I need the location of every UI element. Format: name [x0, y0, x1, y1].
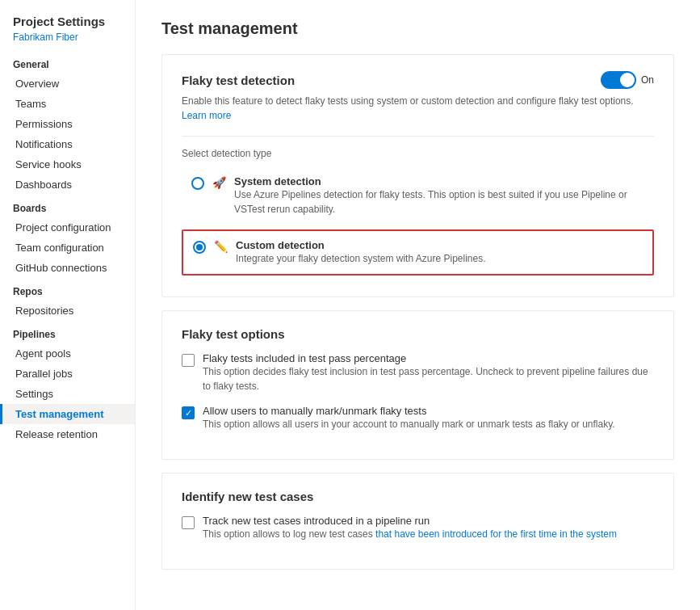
sidebar-item-notifications[interactable]: Notifications [0, 134, 135, 154]
flaky-toggle[interactable] [601, 71, 636, 89]
custom-detection-title: Custom detection [236, 239, 486, 251]
flaky-option1-desc: This option decides flaky test inclusion… [203, 364, 654, 393]
sidebar-section-repos: Repos [0, 278, 135, 301]
system-detection-radio[interactable] [191, 177, 204, 190]
sidebar: Project Settings Fabrikam Fiber General … [0, 0, 136, 610]
custom-detection-icon: ✏️ [214, 240, 228, 253]
custom-detection-content: Custom detection Integrate your flaky de… [236, 239, 486, 266]
system-detection-icon: 🚀 [212, 176, 226, 189]
sidebar-item-agent-pools[interactable]: Agent pools [0, 343, 135, 364]
system-detection-option[interactable]: 🚀 System detection Use Azure Pipelines d… [182, 167, 654, 225]
section-divider [182, 136, 654, 137]
flaky-option2: Allow users to manually mark/unmark flak… [182, 405, 654, 431]
flaky-toggle-container: On [601, 71, 654, 89]
sidebar-org[interactable]: Fabrikam Fiber [0, 32, 135, 51]
system-detection-title: System detection [234, 175, 644, 187]
identify-blue-text: that have been introduced for the first … [375, 528, 617, 540]
custom-detection-radio[interactable] [193, 241, 206, 254]
sidebar-section-general: General [0, 51, 135, 74]
identify-option1-checkbox[interactable] [182, 516, 195, 529]
flaky-card-header: Flaky test detection On [182, 71, 654, 89]
flaky-option1-title: Flaky tests included in test pass percen… [203, 352, 654, 364]
identify-option1-desc: This option allows to log new test cases… [203, 527, 617, 541]
sidebar-section-pipelines: Pipelines [0, 321, 135, 343]
sidebar-item-parallel-jobs[interactable]: Parallel jobs [0, 364, 135, 384]
identify-card: Identify new test cases Track new test c… [161, 473, 674, 570]
flaky-option2-checkbox[interactable] [182, 406, 195, 419]
sidebar-item-settings[interactable]: Settings [0, 384, 135, 404]
main-content: Test management Flaky test detection On … [136, 0, 700, 610]
page-title: Test management [161, 19, 674, 38]
sidebar-item-github-connections[interactable]: GitHub connections [0, 258, 135, 278]
custom-detection-desc: Integrate your flaky detection system wi… [236, 251, 486, 266]
sidebar-title: Project Settings [0, 10, 135, 32]
flaky-option2-content: Allow users to manually mark/unmark flak… [203, 405, 615, 431]
flaky-detection-card: Flaky test detection On Enable this feat… [161, 54, 674, 297]
sidebar-item-overview[interactable]: Overview [0, 74, 135, 94]
flaky-option2-title: Allow users to manually mark/unmark flak… [203, 405, 615, 417]
flaky-options-title: Flaky test options [182, 327, 654, 341]
sidebar-item-dashboards[interactable]: Dashboards [0, 175, 135, 195]
identify-option1-title: Track new test cases introduced in a pip… [203, 515, 617, 527]
flaky-options-card: Flaky test options Flaky tests included … [161, 310, 674, 460]
sidebar-item-project-configuration[interactable]: Project configuration [0, 217, 135, 238]
learn-more-link[interactable]: Learn more [182, 110, 231, 121]
toggle-label: On [641, 74, 654, 86]
sidebar-item-service-hooks[interactable]: Service hooks [0, 154, 135, 175]
sidebar-item-permissions[interactable]: Permissions [0, 114, 135, 134]
flaky-option1: Flaky tests included in test pass percen… [182, 352, 654, 393]
flaky-description: Enable this feature to detect flaky test… [182, 94, 654, 123]
sidebar-item-repositories[interactable]: Repositories [0, 301, 135, 321]
identify-title: Identify new test cases [182, 490, 654, 503]
flaky-option1-checkbox[interactable] [182, 354, 195, 367]
flaky-detection-title: Flaky test detection [182, 74, 295, 87]
toggle-knob [620, 73, 635, 87]
sidebar-item-teams[interactable]: Teams [0, 94, 135, 114]
system-detection-content: System detection Use Azure Pipelines det… [234, 175, 644, 217]
sidebar-item-team-configuration[interactable]: Team configuration [0, 238, 135, 258]
identify-option1-content: Track new test cases introduced in a pip… [203, 515, 617, 541]
flaky-option1-content: Flaky tests included in test pass percen… [203, 352, 654, 393]
detection-type-label: Select detection type [182, 148, 654, 159]
sidebar-section-boards: Boards [0, 195, 135, 217]
sidebar-item-test-management[interactable]: Test management [0, 404, 135, 424]
flaky-option2-desc: This option allows all users in your acc… [203, 417, 615, 431]
custom-detection-option[interactable]: ✏️ Custom detection Integrate your flaky… [182, 229, 654, 276]
identify-option1: Track new test cases introduced in a pip… [182, 515, 654, 541]
sidebar-item-release-retention[interactable]: Release retention [0, 424, 135, 444]
system-detection-desc: Use Azure Pipelines detection for flaky … [234, 187, 644, 217]
